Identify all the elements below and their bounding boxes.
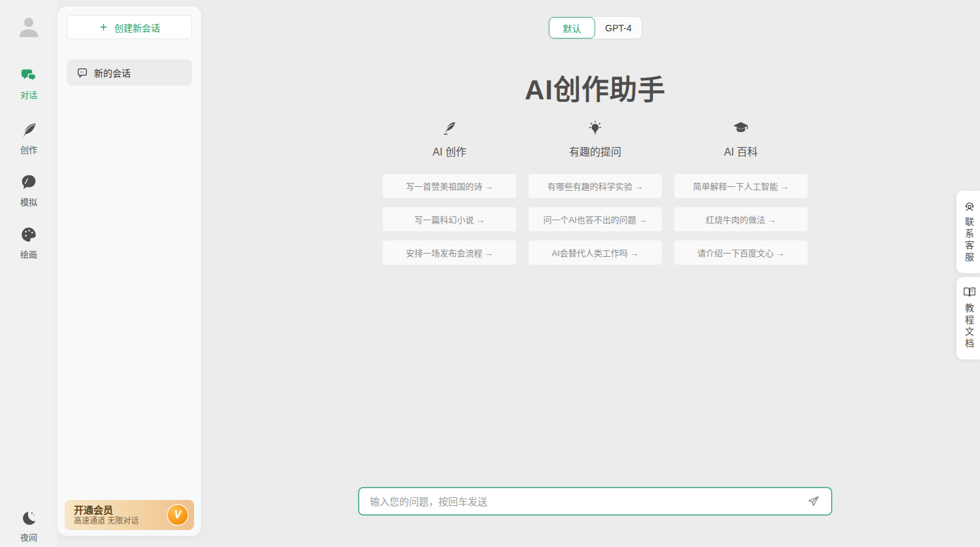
suggestion-button[interactable]: 安排一场发布会流程 →: [383, 240, 516, 265]
suggestion-button[interactable]: 请介绍一下百度文心 →: [674, 240, 808, 265]
category-row: AI 创作 有趣的提问 AI 百科: [383, 120, 808, 159]
suggestion-button[interactable]: 有哪些有趣的科学实验 →: [529, 174, 662, 198]
contact-support-button[interactable]: 联系客服: [956, 191, 980, 273]
lightbulb-icon: [587, 120, 604, 137]
sidebar-item-simulate[interactable]: 模拟: [0, 173, 57, 208]
message-input[interactable]: [370, 496, 806, 507]
sessions-panel: 创建新会话 新的会话 开通会员 高速通道 无限对话 V: [57, 7, 201, 536]
avatar-icon: [16, 13, 42, 41]
persona-head-icon: [20, 173, 38, 191]
contact-support-label: 联系客服: [962, 217, 975, 264]
feather-icon: [441, 120, 458, 137]
suggestion-button[interactable]: 红烧牛肉的做法 →: [674, 207, 808, 231]
suggestion-button[interactable]: 写一首赞美祖国的诗 →: [383, 174, 516, 198]
category-label: AI 创作: [433, 143, 466, 159]
model-tabs: 默认 GPT-4: [549, 17, 642, 39]
sidebar-item-label: 绘画: [20, 248, 37, 260]
chat-square-icon: [76, 67, 88, 78]
moon-icon: [20, 510, 37, 527]
category-ai-wiki: AI 百科: [674, 120, 808, 159]
open-book-icon: [962, 285, 977, 299]
tab-default[interactable]: 默认: [549, 17, 595, 39]
paper-plane-icon: [806, 494, 821, 508]
suggestion-button[interactable]: 写一篇科幻小说 →: [383, 207, 516, 231]
headset-icon: [962, 199, 977, 213]
palette-icon: [20, 225, 38, 244]
suggestion-button[interactable]: 问一个AI也答不出的问题 →: [529, 207, 662, 231]
left-rail: 对话 创作 模拟 绘画: [0, 0, 57, 547]
sidebar-item-draw[interactable]: 绘画: [0, 225, 57, 260]
suggestion-grid: 写一首赞美祖国的诗 → 有哪些有趣的科学实验 → 简单解释一下人工智能 → 写一…: [383, 174, 808, 265]
chat-bubbles-icon: [19, 66, 39, 84]
suggestion-button[interactable]: AI会替代人类工作吗 →: [529, 240, 662, 265]
sidebar-item-label: 创作: [20, 143, 37, 156]
quill-icon: [20, 121, 38, 139]
sidebar-item-label: 模拟: [20, 195, 37, 208]
suggestion-button[interactable]: 简单解释一下人工智能 →: [674, 174, 808, 198]
night-mode-toggle[interactable]: 夜间: [0, 510, 57, 543]
category-label: AI 百科: [724, 143, 758, 159]
vip-subtitle: 高速通道 无限对话: [74, 516, 168, 526]
page-title: AI创作助手: [358, 67, 832, 107]
tab-gpt4[interactable]: GPT-4: [595, 17, 642, 39]
sidebar-item-label: 对话: [20, 88, 37, 101]
user-avatar[interactable]: [16, 13, 42, 41]
session-title: 新的会话: [94, 66, 131, 79]
message-input-bar: [358, 487, 832, 516]
sidebar-item-chat[interactable]: 对话: [0, 66, 57, 101]
tutorial-docs-button[interactable]: 教程文档: [956, 277, 980, 359]
sidebar-item-create[interactable]: 创作: [0, 121, 57, 156]
graduation-cap-icon: [732, 120, 749, 137]
vip-upgrade-banner[interactable]: 开通会员 高速通道 无限对话 V: [65, 500, 194, 530]
new-chat-button[interactable]: 创建新会话: [67, 15, 192, 39]
send-button[interactable]: [806, 493, 822, 509]
vip-texts: 开通会员 高速通道 无限对话: [74, 504, 168, 526]
category-ai-writing: AI 创作: [383, 120, 516, 159]
new-chat-label: 创建新会话: [114, 21, 160, 34]
vip-title: 开通会员: [74, 504, 168, 516]
category-fun-questions: 有趣的提问: [529, 120, 662, 159]
vip-badge-icon: V: [168, 505, 188, 525]
tutorial-docs-label: 教程文档: [962, 303, 975, 350]
category-label: 有趣的提问: [569, 143, 621, 159]
plus-icon: [99, 22, 108, 32]
session-list-item[interactable]: 新的会话: [67, 59, 192, 86]
night-mode-label: 夜间: [20, 531, 37, 543]
